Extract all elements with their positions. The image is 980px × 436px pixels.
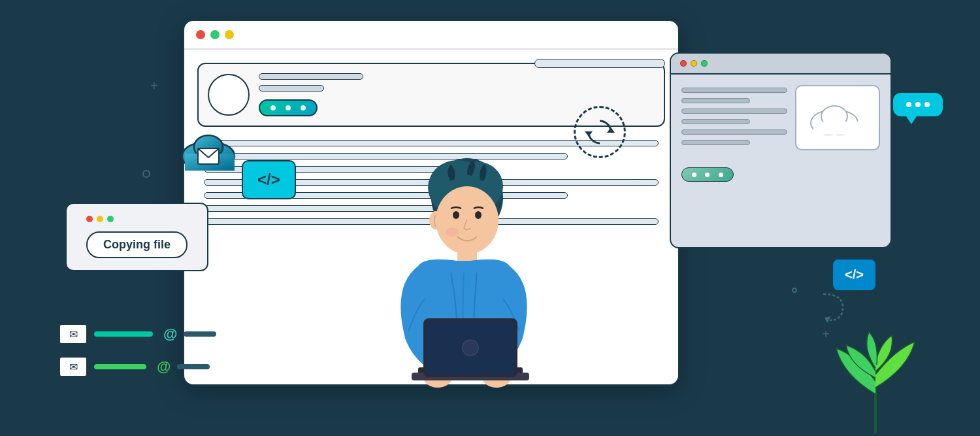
copy-dialog-text: Copying file (86, 231, 188, 258)
chat-bubble (892, 92, 944, 118)
envelope-1: ✉ (59, 324, 88, 344)
window-dot-yellow (225, 30, 234, 39)
sub-line-5 (681, 129, 787, 135)
svg-point-17 (453, 211, 459, 219)
sub-toggle-dot-1 (692, 173, 696, 177)
url-bar (534, 59, 665, 68)
chat-dot-2 (915, 102, 921, 107)
sub-titlebar (671, 54, 890, 75)
email-dash-1 (184, 331, 216, 337)
person-illustration (366, 135, 575, 436)
cloud-icon-main (180, 127, 245, 173)
window-titlebar (184, 21, 678, 50)
email-lines-1 (94, 331, 153, 337)
cloud-main (180, 127, 245, 176)
sub-line-2 (681, 98, 750, 103)
deco-circle-1 (142, 170, 150, 178)
sub-toggle-dot-3 (719, 173, 723, 177)
code-badge-large: </> (242, 160, 296, 199)
chat-dot-3 (924, 102, 930, 107)
sub-content (671, 75, 890, 161)
sub-text-lines (681, 85, 787, 150)
code-badge-small-text: </> (845, 267, 864, 282)
svg-marker-2 (607, 127, 615, 133)
toggle-dot-2 (286, 105, 291, 110)
sub-dot-3 (701, 60, 708, 67)
email-lines-2 (94, 364, 146, 369)
sub-line-6 (681, 140, 750, 145)
cloud-panel (795, 85, 880, 150)
plant-svg (830, 303, 921, 433)
at-sign-2: @ (157, 358, 171, 375)
code-badge-text: </> (257, 171, 280, 189)
sync-icon (583, 116, 616, 148)
window-dot-green (210, 30, 220, 39)
window-dot-red (196, 30, 205, 39)
toggle-dot-3 (301, 105, 306, 110)
sub-line-1 (681, 88, 787, 93)
sub-dot-1 (680, 60, 687, 67)
sub-dot-2 (691, 60, 697, 67)
deco-circle-4 (792, 288, 797, 293)
sync-area (574, 106, 626, 158)
email-item-2: ✉ @ (59, 356, 210, 377)
copy-dialog-titlebar (86, 216, 188, 222)
illustration-scene: + + + + + (0, 0, 980, 436)
email-line-green-1 (94, 364, 146, 369)
dialog-dot-red (86, 216, 93, 222)
dialog-dot-yellow (97, 216, 103, 222)
svg-point-18 (475, 211, 482, 219)
url-bar-container (534, 59, 665, 68)
avatar-circle (208, 74, 250, 116)
svg-rect-7 (813, 122, 862, 135)
person-svg (366, 135, 575, 436)
plant-container (830, 303, 921, 436)
plus-decoration-5: + (822, 327, 830, 342)
email-dash-2 (177, 364, 210, 369)
sync-circle (574, 106, 626, 158)
svg-marker-3 (585, 131, 593, 137)
at-sign-1: @ (163, 326, 177, 343)
chat-dot-1 (906, 102, 911, 107)
sub-line-4 (681, 119, 750, 124)
email-line-cyan-1 (94, 331, 153, 337)
sub-toggle-dot-2 (705, 173, 710, 177)
toggle-dot-1 (270, 105, 276, 110)
profile-sub-line (259, 85, 324, 92)
code-badge-small: </> (832, 258, 877, 292)
svg-point-28 (463, 340, 478, 356)
profile-name-line (259, 73, 363, 80)
copy-dialog: Copying file (65, 203, 208, 271)
svg-point-19 (446, 227, 459, 237)
sub-toggle-pill[interactable] (681, 167, 734, 182)
envelope-2: ✉ (59, 356, 88, 377)
cloud-icon-sub (808, 98, 867, 137)
sub-window-right (670, 52, 892, 248)
toggle-button[interactable] (259, 99, 318, 116)
email-item-1: ✉ @ (59, 324, 216, 344)
chat-bubble-tail (906, 116, 917, 124)
sub-toggle-area (671, 161, 890, 188)
sub-line-3 (681, 109, 787, 114)
plus-decoration-1: + (150, 78, 158, 93)
dialog-dot-green (107, 216, 114, 222)
